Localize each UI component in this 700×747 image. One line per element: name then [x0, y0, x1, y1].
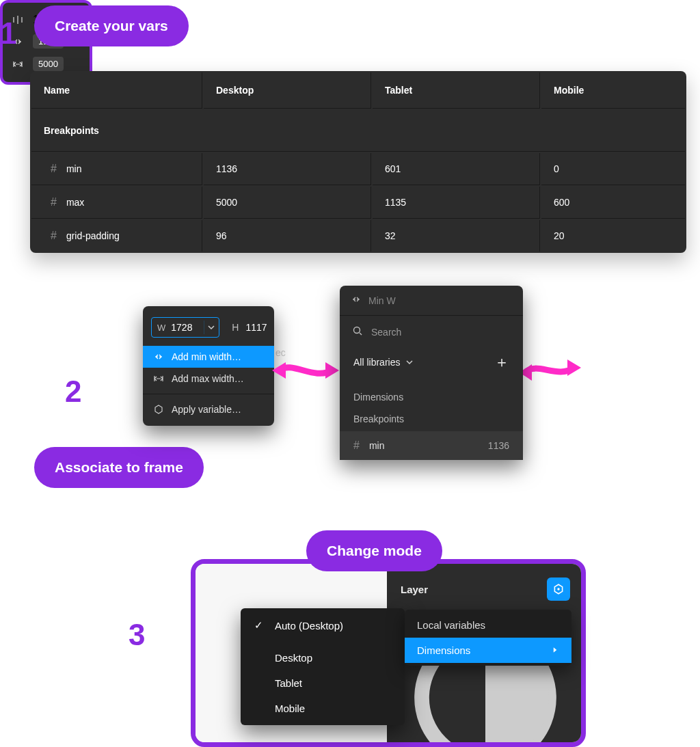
panel-title: Min W	[368, 295, 396, 306]
search-icon	[352, 325, 363, 338]
submenu-label: Local variables	[417, 619, 485, 631]
svg-point-0	[354, 327, 360, 334]
add-min-width-option[interactable]: Add min width…	[143, 346, 274, 368]
menu-label: Add max width…	[172, 373, 244, 384]
cell-mobile[interactable]: 600	[541, 187, 685, 219]
chevron-down-icon[interactable]	[204, 321, 217, 334]
mode-desktop[interactable]: Desktop	[241, 645, 405, 670]
table-row[interactable]: #min 1136 601 0	[31, 153, 685, 185]
mode-label: Auto (Desktop)	[275, 620, 343, 631]
chevron-down-icon	[404, 357, 415, 368]
cell-desktop[interactable]: 96	[204, 220, 371, 252]
h-value[interactable]: 1117	[245, 322, 273, 333]
var-name: grid-padding	[66, 230, 120, 241]
variable-value: 1136	[488, 440, 509, 451]
hash-icon: #	[353, 439, 360, 452]
hash-icon: #	[51, 230, 57, 242]
collection-submenu: Local variables Dimensions	[405, 610, 571, 666]
table-group-row[interactable]: Breakpoints	[31, 110, 685, 152]
arrow-icon	[520, 355, 581, 385]
search-input[interactable]: Search	[340, 316, 523, 344]
var-name: max	[66, 197, 84, 208]
step-1-number: 1	[0, 16, 16, 51]
step-3-number: 3	[129, 618, 145, 652]
variable-item-min[interactable]: # min 1136	[340, 431, 523, 460]
mode-auto[interactable]: ✓ Auto (Desktop)	[241, 612, 405, 638]
min-width-variable-picker: Min W Search All libraries ＋ Dimensions …	[340, 286, 523, 460]
mode-label: Desktop	[275, 652, 312, 664]
section-dimensions: Dimensions	[340, 385, 523, 407]
check-icon: ✓	[254, 619, 265, 631]
divider	[143, 394, 274, 394]
cell-mobile[interactable]: 0	[541, 153, 685, 185]
hash-icon: #	[51, 196, 57, 208]
table-row[interactable]: #grid-padding 96 32 20	[31, 220, 685, 252]
add-max-width-option[interactable]: Add max width…	[143, 368, 274, 390]
layer-title: Layer	[401, 584, 428, 595]
min-width-icon	[351, 294, 362, 307]
col-name: Name	[31, 72, 202, 109]
max-width-icon	[152, 373, 165, 384]
group-breakpoints: Breakpoints	[31, 110, 685, 152]
min-width-icon	[152, 351, 165, 362]
submenu-local-variables[interactable]: Local variables	[405, 612, 571, 638]
apply-variable-option[interactable]: Apply variable…	[143, 398, 274, 420]
hexagon-gear-icon	[552, 583, 565, 595]
width-input[interactable]: W 1728	[151, 317, 219, 338]
cell-tablet[interactable]: 1135	[373, 187, 540, 219]
col-desktop: Desktop	[204, 72, 371, 109]
table-header-row: Name Desktop Tablet Mobile	[31, 72, 685, 109]
variables-table: Name Desktop Tablet Mobile Breakpoints #…	[30, 71, 686, 253]
result-max-chip[interactable]: 5000	[33, 57, 64, 71]
cell-tablet[interactable]: 601	[373, 153, 540, 185]
hash-icon: #	[51, 163, 57, 175]
arrow-icon	[272, 357, 340, 387]
mode-label: Mobile	[275, 703, 305, 714]
step-1-label: Create your vars	[34, 5, 189, 46]
mode-tablet[interactable]: Tablet	[241, 670, 405, 696]
w-value: 1728	[171, 322, 198, 333]
search-placeholder: Search	[371, 327, 401, 338]
dropdown-label: All libraries	[353, 357, 400, 368]
svg-point-1	[557, 588, 559, 590]
submenu-label: Dimensions	[417, 644, 470, 656]
step-2-number: 2	[65, 375, 81, 409]
h-label: H	[232, 322, 239, 333]
variable-mode-button[interactable]	[547, 578, 570, 601]
col-mobile: Mobile	[541, 72, 685, 109]
section-breakpoints: Breakpoints	[340, 407, 523, 429]
col-tablet: Tablet	[373, 72, 540, 109]
step-2-label: Associate to frame	[34, 447, 204, 488]
variable-name: min	[369, 440, 385, 451]
var-name: min	[66, 163, 82, 174]
cell-mobile[interactable]: 20	[541, 220, 685, 252]
cell-desktop[interactable]: 1136	[204, 153, 371, 185]
menu-label: Add min width…	[172, 351, 241, 362]
all-libraries-dropdown[interactable]: All libraries	[353, 357, 415, 368]
step-3-label: Change mode	[306, 530, 442, 571]
max-width-icon	[11, 59, 25, 70]
w-label: W	[157, 323, 165, 333]
mode-label: Tablet	[275, 677, 302, 689]
mode-menu: ✓ Auto (Desktop) Desktop Tablet Mobile	[241, 608, 405, 725]
plus-icon[interactable]: ＋	[494, 352, 509, 372]
cell-desktop[interactable]: 5000	[204, 187, 371, 219]
hexagon-icon	[152, 404, 165, 415]
table-row[interactable]: #max 5000 1135 600	[31, 187, 685, 219]
mode-mobile[interactable]: Mobile	[241, 696, 405, 721]
submenu-dimensions[interactable]: Dimensions	[405, 638, 571, 663]
chevron-right-icon	[551, 644, 559, 656]
menu-label: Apply variable…	[172, 404, 241, 415]
cell-tablet[interactable]: 32	[373, 220, 540, 252]
width-height-panel: W 1728 H 1117 Add min width… Add max wid…	[143, 306, 274, 426]
